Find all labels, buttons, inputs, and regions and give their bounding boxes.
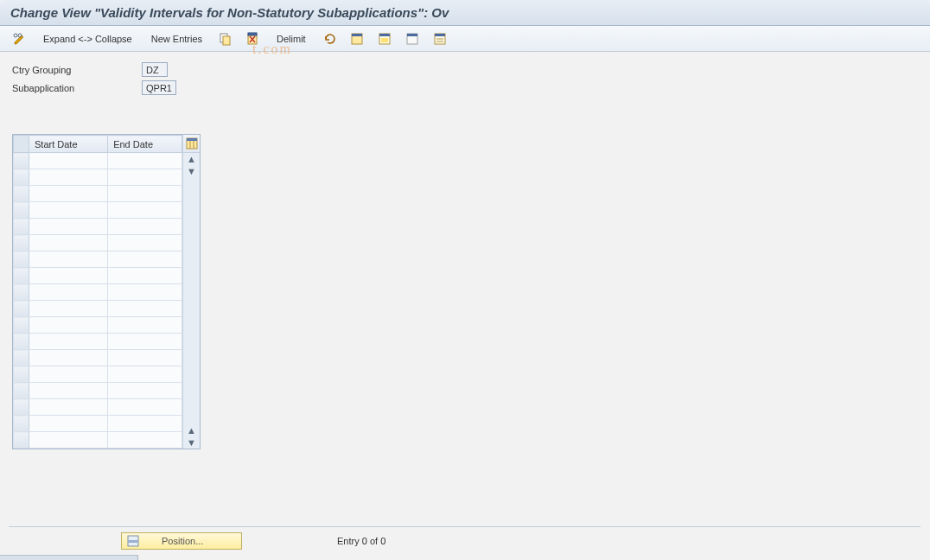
- cell-start-date[interactable]: [29, 235, 108, 251]
- table-row[interactable]: [14, 317, 182, 334]
- cell-end-date[interactable]: [108, 301, 182, 317]
- cell-end-date[interactable]: [108, 202, 182, 219]
- deselect-all-button[interactable]: [399, 30, 425, 48]
- table-row[interactable]: [14, 301, 182, 317]
- cell-start-date[interactable]: [29, 399, 108, 416]
- row-selector[interactable]: [14, 186, 29, 202]
- cell-end-date[interactable]: [108, 350, 182, 366]
- cell-start-date[interactable]: [29, 284, 108, 301]
- cell-end-date[interactable]: [108, 153, 182, 169]
- row-selector-header[interactable]: [14, 136, 29, 153]
- table-row[interactable]: [14, 350, 182, 366]
- scroll-down-button[interactable]: ▼: [185, 436, 199, 449]
- select-all-button[interactable]: [344, 30, 370, 48]
- table-row[interactable]: [14, 432, 182, 449]
- svg-point-1: [18, 34, 22, 37]
- row-selector[interactable]: [14, 317, 29, 334]
- row-selector[interactable]: [14, 235, 29, 251]
- table-row[interactable]: [14, 268, 182, 284]
- row-selector[interactable]: [14, 350, 29, 366]
- cell-end-date[interactable]: [108, 268, 182, 284]
- pencil-glasses-icon: [13, 32, 27, 46]
- table-row[interactable]: [14, 399, 182, 416]
- row-selector[interactable]: [14, 284, 29, 301]
- cell-start-date[interactable]: [29, 268, 108, 284]
- row-selector[interactable]: [14, 153, 29, 169]
- col-end-date[interactable]: End Date: [108, 136, 182, 153]
- entry-count-text: Entry 0 of 0: [337, 536, 385, 546]
- row-selector[interactable]: [14, 399, 29, 416]
- position-button[interactable]: Position...: [121, 532, 242, 550]
- table-row[interactable]: [14, 235, 182, 251]
- cell-end-date[interactable]: [108, 399, 182, 416]
- row-selector[interactable]: [14, 334, 29, 350]
- cell-start-date[interactable]: [29, 366, 108, 383]
- cell-end-date[interactable]: [108, 251, 182, 268]
- cell-start-date[interactable]: [29, 350, 108, 366]
- cell-end-date[interactable]: [108, 284, 182, 301]
- table-row[interactable]: [14, 153, 182, 169]
- row-selector[interactable]: [14, 268, 29, 284]
- row-selector[interactable]: [14, 251, 29, 268]
- cell-start-date[interactable]: [29, 202, 108, 219]
- cell-start-date[interactable]: [29, 334, 108, 350]
- col-start-date[interactable]: Start Date: [29, 136, 108, 153]
- scroll-up-button[interactable]: ▲: [185, 153, 199, 165]
- cell-start-date[interactable]: [29, 317, 108, 334]
- row-selector[interactable]: [14, 383, 29, 399]
- scroll-up-small-button[interactable]: ▲: [185, 424, 199, 436]
- copy-as-button[interactable]: [213, 30, 239, 48]
- row-selector[interactable]: [14, 219, 29, 235]
- cell-end-date[interactable]: [108, 317, 182, 334]
- configure-columns-button[interactable]: [183, 135, 200, 153]
- table-row[interactable]: [14, 251, 182, 268]
- row-selector[interactable]: [14, 301, 29, 317]
- select-block-button[interactable]: [372, 30, 398, 48]
- row-selector[interactable]: [14, 169, 29, 186]
- cell-end-date[interactable]: [108, 186, 182, 202]
- cell-start-date[interactable]: [29, 416, 108, 432]
- cell-start-date[interactable]: [29, 383, 108, 399]
- cell-end-date[interactable]: [108, 219, 182, 235]
- cell-start-date[interactable]: [29, 432, 108, 449]
- cell-start-date[interactable]: [29, 186, 108, 202]
- delimit-button[interactable]: Delimit: [268, 32, 315, 46]
- scroll-down-small-button[interactable]: ▼: [185, 165, 199, 177]
- cell-start-date[interactable]: [29, 301, 108, 317]
- vertical-scrollbar[interactable]: ▲ ▼ ▲ ▼: [182, 135, 200, 449]
- table-row[interactable]: [14, 284, 182, 301]
- cell-start-date[interactable]: [29, 169, 108, 186]
- cell-end-date[interactable]: [108, 432, 182, 449]
- cell-end-date[interactable]: [108, 366, 182, 383]
- row-selector[interactable]: [14, 416, 29, 432]
- expand-collapse-button[interactable]: Expand <-> Collapse: [35, 32, 141, 46]
- cell-start-date[interactable]: [29, 153, 108, 169]
- table-row[interactable]: [14, 416, 182, 432]
- select-all-icon: [350, 32, 364, 46]
- svg-rect-22: [187, 138, 197, 141]
- table-row[interactable]: [14, 366, 182, 383]
- delete-button[interactable]: [240, 30, 266, 48]
- cell-end-date[interactable]: [108, 235, 182, 251]
- undo-button[interactable]: [316, 30, 342, 48]
- print-button[interactable]: [427, 30, 453, 48]
- table-row[interactable]: [14, 219, 182, 235]
- row-selector[interactable]: [14, 202, 29, 219]
- cell-end-date[interactable]: [108, 334, 182, 350]
- cell-end-date[interactable]: [108, 169, 182, 186]
- row-selector[interactable]: [14, 366, 29, 383]
- new-entries-button[interactable]: New Entries: [143, 32, 211, 46]
- table-row[interactable]: [14, 186, 182, 202]
- cell-start-date[interactable]: [29, 251, 108, 268]
- row-selector[interactable]: [14, 432, 29, 449]
- cell-end-date[interactable]: [108, 416, 182, 432]
- table-row[interactable]: [14, 383, 182, 399]
- table-row[interactable]: [14, 334, 182, 350]
- toggle-display-change-button[interactable]: [7, 30, 33, 48]
- content-area: Ctry Grouping DZ Subapplication QPR1 Sta…: [0, 52, 930, 460]
- validity-table[interactable]: Start Date End Date: [13, 135, 182, 449]
- table-row[interactable]: [14, 169, 182, 186]
- cell-start-date[interactable]: [29, 219, 108, 235]
- table-row[interactable]: [14, 202, 182, 219]
- cell-end-date[interactable]: [108, 383, 182, 399]
